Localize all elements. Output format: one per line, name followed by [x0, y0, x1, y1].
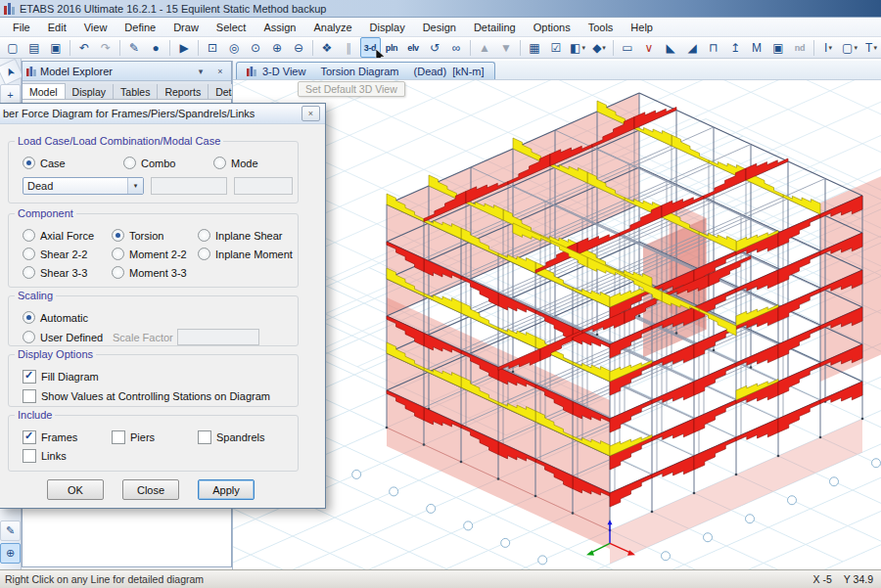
view-elevation-icon[interactable]: elv: [403, 37, 424, 58]
load-case-select[interactable]: Dead ▾: [23, 177, 144, 195]
radio-moment-3-3[interactable]: Moment 3-3: [112, 263, 198, 282]
radio-combo-circle[interactable]: [123, 157, 136, 169]
run-analysis-icon[interactable]: ▶: [174, 37, 195, 58]
lock-model-icon[interactable]: ●: [146, 37, 166, 58]
radio-axial-force-circle[interactable]: [23, 229, 35, 242]
radio-shear-2-2-circle[interactable]: [23, 248, 35, 260]
radio-axial-force[interactable]: Axial Force: [23, 226, 112, 245]
similar-stories-icon[interactable]: ▦: [525, 37, 545, 58]
reshape-object-icon[interactable]: +: [0, 84, 21, 105]
checkbox-piers-box[interactable]: [112, 430, 125, 444]
previous-zoom-icon[interactable]: ⊙: [246, 37, 266, 58]
menu-file[interactable]: File: [4, 20, 39, 35]
picture-view-icon[interactable]: ▣: [768, 37, 789, 58]
menu-assign[interactable]: Assign: [255, 20, 304, 35]
object-view-icon[interactable]: ∞: [446, 37, 467, 58]
apply-button[interactable]: Apply: [198, 479, 255, 500]
radio-combo[interactable]: Combo: [123, 154, 213, 172]
explorer-tab-display[interactable]: Display: [66, 84, 114, 99]
checkbox-piers[interactable]: Piers: [112, 428, 198, 446]
move-down-in-list-icon[interactable]: ▼: [496, 37, 517, 58]
assign-options-icon[interactable]: ◆▾: [589, 37, 610, 58]
radio-case[interactable]: Case: [23, 154, 123, 172]
radio-inplane-moment[interactable]: Inplane Moment: [198, 245, 298, 263]
checkbox-frames[interactable]: Frames: [23, 428, 112, 446]
explorer-tab-model[interactable]: Model: [23, 83, 66, 99]
menu-design[interactable]: Design: [414, 20, 465, 35]
support-assign-icon[interactable]: ↥: [725, 37, 746, 58]
menu-detailing[interactable]: Detailing: [465, 20, 525, 35]
radio-moment-2-2[interactable]: Moment 2-2: [112, 245, 198, 263]
object-options-icon[interactable]: ☑: [546, 37, 567, 58]
open-file-icon[interactable]: ▤: [24, 37, 45, 58]
dialog-close-icon[interactable]: ×: [301, 106, 320, 121]
dialog-titlebar[interactable]: ber Force Diagram for Frames/Piers/Spand…: [0, 104, 325, 124]
redo-icon[interactable]: ↷: [96, 37, 116, 58]
radio-torsion[interactable]: Torsion: [112, 226, 198, 245]
rubber-band-zoom-icon[interactable]: ⊡: [203, 37, 223, 58]
radio-shear-3-3-circle[interactable]: [23, 266, 35, 279]
draw-ramp-icon[interactable]: ◣: [661, 37, 681, 58]
radio-automatic[interactable]: Automatic: [23, 308, 298, 327]
frame-properties-icon[interactable]: ⊓: [704, 37, 724, 58]
snap-options-icon[interactable]: ∨: [639, 37, 660, 58]
move-up-in-list-icon[interactable]: ▲: [475, 37, 495, 58]
nd-label-icon[interactable]: nd: [790, 37, 811, 58]
menu-options[interactable]: Options: [525, 20, 580, 35]
menu-edit[interactable]: Edit: [39, 20, 75, 35]
moment-diagram-icon[interactable]: M: [747, 37, 767, 58]
set-display-options-icon[interactable]: ◧▾: [568, 37, 588, 58]
menu-select[interactable]: Select: [208, 20, 255, 35]
menu-analyze[interactable]: Analyze: [304, 20, 360, 35]
menu-draw[interactable]: Draw: [164, 20, 208, 35]
view-tab-3d[interactable]: 3-D View Torsion Diagram (Dead) [kN-m]: [236, 62, 495, 79]
draw-line-icon[interactable]: ✎: [0, 520, 21, 541]
checkbox-frames-box[interactable]: [23, 430, 36, 444]
view-plan-icon[interactable]: pln: [382, 37, 402, 58]
radio-shear-3-3[interactable]: Shear 3-3: [23, 263, 112, 282]
view-3d-icon[interactable]: 3-d: [360, 37, 381, 58]
explorer-close-icon[interactable]: ×: [213, 65, 227, 77]
menu-define[interactable]: Define: [116, 20, 164, 35]
zoom-out-icon[interactable]: ⊖: [289, 37, 309, 58]
explorer-tab-tables[interactable]: Tables: [114, 84, 158, 99]
chevron-down-icon[interactable]: ▾: [127, 178, 143, 194]
radio-automatic-circle[interactable]: [23, 311, 35, 324]
radio-inplane-shear-circle[interactable]: [198, 229, 210, 242]
pan-icon[interactable]: ❖: [317, 37, 338, 58]
perspective-toggle-icon[interactable]: ∥: [339, 37, 359, 58]
checkbox-show-values[interactable]: Show Values at Controlling Stations on D…: [23, 386, 298, 405]
draw-column-icon[interactable]: ⊕: [0, 543, 21, 564]
checkbox-links[interactable]: Links: [23, 446, 112, 465]
save-file-icon[interactable]: ▣: [46, 37, 67, 58]
radio-inplane-moment-circle[interactable]: [198, 248, 210, 260]
draw-mode-icon[interactable]: ✎: [124, 37, 145, 58]
radio-user-defined[interactable]: User Defined: [23, 328, 113, 346]
checkbox-fill-diagram[interactable]: Fill Diagram: [23, 367, 298, 385]
checkbox-links-box[interactable]: [23, 449, 36, 463]
radio-mode-circle[interactable]: [213, 157, 226, 169]
radio-shear-2-2[interactable]: Shear 2-2: [23, 245, 112, 263]
menu-view[interactable]: View: [75, 20, 116, 35]
radio-torsion-circle[interactable]: [112, 229, 124, 242]
torsion-diagram-3d-view[interactable]: [233, 80, 881, 569]
zoom-in-icon[interactable]: ⊕: [267, 37, 288, 58]
undo-icon[interactable]: ↶: [74, 37, 95, 58]
checkbox-spandrels[interactable]: Spandrels: [198, 428, 298, 446]
rotate-view-icon[interactable]: ↺: [425, 37, 445, 58]
menu-tools[interactable]: Tools: [580, 20, 623, 35]
draw-stairs-icon[interactable]: ◢: [682, 37, 703, 58]
radio-moment-2-2-circle[interactable]: [112, 248, 124, 260]
radio-inplane-shear[interactable]: Inplane Shear: [198, 226, 298, 245]
frame-section-ibeam-icon[interactable]: I▾: [818, 37, 839, 58]
new-model-icon[interactable]: ▢: [3, 37, 23, 58]
radio-mode[interactable]: Mode: [213, 154, 298, 172]
slab-section-icon[interactable]: ▢▾: [840, 37, 860, 58]
explorer-tab-reports[interactable]: Reports: [158, 84, 209, 99]
viewport-3d[interactable]: 3-D View Torsion Diagram (Dead) [kN-m] S…: [232, 61, 881, 569]
radio-user-defined-circle[interactable]: [23, 331, 35, 343]
explorer-menu-icon[interactable]: ▾: [194, 65, 208, 77]
select-pointer-icon[interactable]: ➤: [0, 59, 23, 86]
menu-help[interactable]: Help: [622, 20, 662, 35]
close-button[interactable]: Close: [122, 479, 179, 500]
